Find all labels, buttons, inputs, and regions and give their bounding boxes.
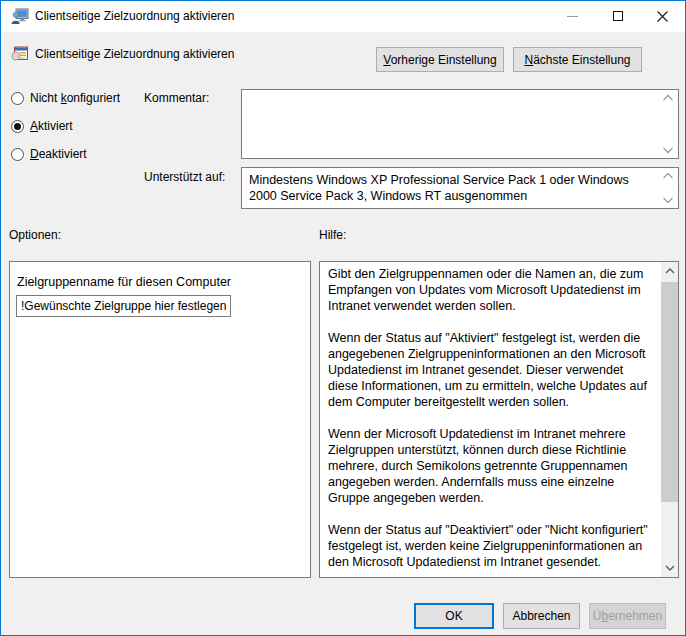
close-icon — [657, 11, 668, 22]
prev-mnemonic: V — [383, 53, 390, 67]
radio-not-configured[interactable]: Nicht konfiguriert — [11, 91, 120, 105]
radio-circle — [11, 148, 24, 161]
next-label: ächste Einstellung — [533, 53, 630, 67]
comment-box — [241, 89, 679, 159]
radio-circle — [11, 120, 24, 133]
scroll-up-button[interactable] — [661, 263, 678, 279]
scroll-up-icon[interactable] — [662, 94, 674, 102]
cancel-button[interactable]: Abbrechen — [503, 603, 580, 629]
apply-button: Übernehmen — [589, 603, 666, 629]
help-text: Gibt den Zielgruppennamen oder die Namen… — [320, 262, 661, 577]
radio-enabled[interactable]: Aktiviert — [11, 119, 73, 133]
options-section-label: Optionen: — [9, 228, 61, 242]
target-group-input[interactable] — [16, 295, 231, 317]
ok-button[interactable]: OK — [414, 603, 494, 629]
radio-disabled[interactable]: Deaktiviert — [11, 147, 87, 161]
prev-label: orherige Einstellung — [391, 53, 497, 67]
scroll-down-icon[interactable] — [662, 196, 674, 204]
next-mnemonic: N — [524, 53, 533, 67]
comment-label: Kommentar: — [144, 91, 209, 105]
user-computer-icon — [11, 8, 29, 25]
scroll-down-icon — [665, 565, 675, 571]
supported-box: Mindestens Windows XP Professional Servi… — [241, 167, 679, 209]
close-button[interactable] — [640, 1, 685, 31]
supported-text: Mindestens Windows XP Professional Servi… — [242, 168, 678, 208]
policy-setting-icon — [11, 46, 28, 62]
next-setting-button[interactable]: Nächste Einstellung — [513, 47, 642, 72]
scroll-up-icon[interactable] — [662, 172, 674, 180]
help-paragraph: Wenn der Status auf "Aktiviert" festgele… — [328, 330, 656, 410]
minimize-icon — [567, 16, 578, 17]
help-section-label: Hilfe: — [319, 228, 346, 242]
options-panel: Zielgruppenname für diesen Computer — [9, 261, 311, 578]
help-paragraph: Gibt den Zielgruppennamen oder die Namen… — [328, 266, 656, 314]
help-panel: Gibt den Zielgruppennamen oder die Namen… — [319, 261, 679, 578]
window-title: Clientseitige Zielzuordnung aktivieren — [35, 1, 234, 32]
setting-title: Clientseitige Zielzuordnung aktivieren — [35, 47, 234, 61]
minimize-button[interactable] — [550, 1, 595, 31]
apply-post: ernehmen — [608, 609, 662, 623]
comment-textarea[interactable] — [242, 90, 678, 158]
scrollbar-thumb[interactable] — [661, 282, 678, 502]
scroll-up-icon — [665, 268, 675, 274]
target-group-label: Zielgruppenname für diesen Computer — [17, 275, 231, 289]
scroll-down-button[interactable] — [661, 560, 678, 576]
maximize-button[interactable] — [595, 1, 640, 31]
help-paragraph: Wenn der Status auf "Deaktiviert" oder "… — [328, 522, 656, 570]
help-paragraph: Wenn der Microsoft Updatedienst im Intra… — [328, 426, 656, 506]
titlebar: Clientseitige Zielzuordnung aktivieren — [1, 1, 685, 32]
help-scrollbar[interactable] — [661, 262, 678, 577]
supported-label: Unterstützt auf: — [144, 170, 225, 184]
policy-setting-dialog: Clientseitige Zielzuordnung aktivieren C… — [0, 0, 686, 636]
previous-setting-button[interactable]: Vorherige Einstellung — [376, 47, 504, 72]
radio-label: Deaktiviert — [30, 147, 87, 161]
window-controls — [550, 1, 685, 31]
radio-label: Aktiviert — [30, 119, 73, 133]
scroll-down-icon[interactable] — [662, 146, 674, 154]
radio-circle — [11, 92, 24, 105]
maximize-icon — [613, 11, 623, 21]
radio-label: Nicht konfiguriert — [30, 91, 120, 105]
